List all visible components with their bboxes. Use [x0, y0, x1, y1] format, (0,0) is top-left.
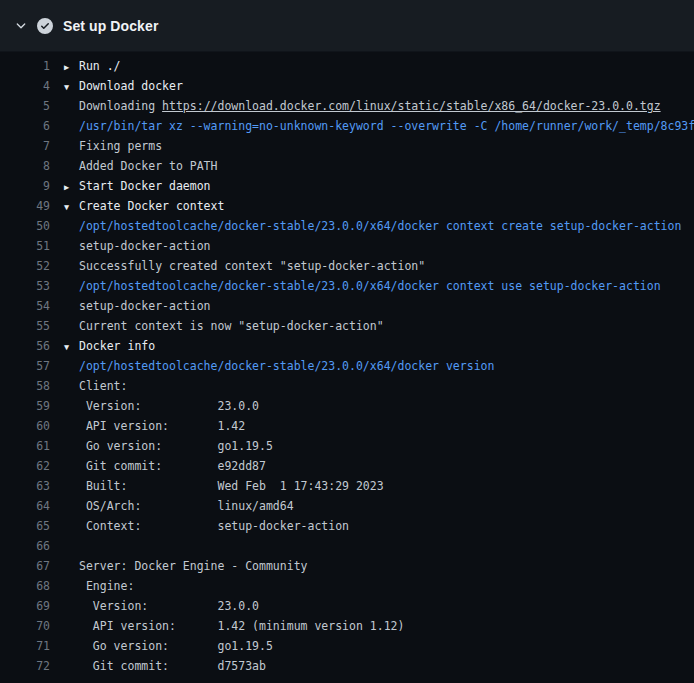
log-line-content: Fixing perms	[50, 136, 694, 156]
line-number[interactable]: 71	[0, 636, 50, 656]
log-line-content: /opt/hostedtoolcache/docker-stable/23.0.…	[50, 356, 694, 376]
log-line-text: Version: 23.0.0	[79, 399, 259, 413]
log-line: 4 ▼Download docker	[0, 76, 694, 96]
line-number[interactable]: 66	[0, 536, 50, 556]
log-line: 54 setup-docker-action	[0, 296, 694, 316]
line-number[interactable]: 8	[0, 156, 50, 176]
log-group-header[interactable]: ▼Create Docker context	[50, 196, 694, 216]
line-number[interactable]: 68	[0, 576, 50, 596]
line-number[interactable]: 64	[0, 496, 50, 516]
line-number[interactable]: 49	[0, 196, 50, 216]
log-line-text: setup-docker-action	[79, 299, 211, 313]
log-line-text: Run ./	[79, 59, 121, 73]
line-number[interactable]: 1	[0, 56, 50, 76]
line-number[interactable]: 56	[0, 336, 50, 356]
line-number[interactable]: 57	[0, 356, 50, 376]
line-number[interactable]: 50	[0, 216, 50, 236]
log-line-content: Server: Docker Engine - Community	[50, 556, 694, 576]
line-number[interactable]: 5	[0, 96, 50, 116]
line-number[interactable]: 55	[0, 316, 50, 336]
log-line-content: Client:	[50, 376, 694, 396]
triangle-down-icon: ▼	[64, 337, 79, 356]
log-line-text: API version: 1.42 (minimum version 1.12)	[79, 619, 404, 633]
log-line-content: Git commit: e92dd87	[50, 456, 694, 476]
log-line-content: setup-docker-action	[50, 236, 694, 256]
log-group-header[interactable]: ▶Start Docker daemon	[50, 176, 694, 196]
line-number[interactable]: 58	[0, 376, 50, 396]
line-number[interactable]: 61	[0, 436, 50, 456]
log-line-text: /usr/bin/tar xz --warning=no-unknown-key…	[79, 119, 694, 133]
log-line-content: Git commit: d7573ab	[50, 656, 694, 676]
line-number[interactable]: 4	[0, 76, 50, 96]
log-line-text: Go version: go1.19.5	[79, 639, 273, 653]
log-group-header[interactable]: ▶Run ./	[50, 56, 694, 76]
log-line: 49 ▼Create Docker context	[0, 196, 694, 216]
log-line-content: API version: 1.42	[50, 416, 694, 436]
log-line-content: Built: Wed Feb 1 17:43:29 2023	[50, 476, 694, 496]
line-number[interactable]: 7	[0, 136, 50, 156]
line-number[interactable]: 9	[0, 176, 50, 196]
log-group-header[interactable]: ▼Download docker	[50, 76, 694, 96]
log-line-text: Start Docker daemon	[79, 179, 211, 193]
log-line-text: Create Docker context	[79, 199, 224, 213]
triangle-right-icon: ▶	[64, 177, 79, 196]
log-line-content: Downloading https://download.docker.com/…	[50, 96, 694, 116]
step-title: Set up Docker	[63, 18, 158, 34]
log-line-text: Git commit: e92dd87	[79, 459, 266, 473]
log-line-content: OS/Arch: linux/amd64	[50, 496, 694, 516]
log-line-text: Go version: go1.19.5	[79, 439, 273, 453]
log-line-text: Context: setup-docker-action	[79, 519, 349, 533]
log-line-content: /usr/bin/tar xz --warning=no-unknown-key…	[50, 116, 694, 136]
line-number[interactable]: 59	[0, 396, 50, 416]
log-line-text: Client:	[79, 379, 127, 393]
line-number[interactable]: 54	[0, 296, 50, 316]
triangle-down-icon: ▼	[64, 197, 79, 216]
line-number[interactable]: 60	[0, 416, 50, 436]
success-check-circle-icon	[37, 18, 53, 34]
line-number[interactable]: 67	[0, 556, 50, 576]
log-line: 8 Added Docker to PATH	[0, 156, 694, 176]
log-line-text: Added Docker to PATH	[79, 159, 217, 173]
log-line-content: Context: setup-docker-action	[50, 516, 694, 536]
line-number[interactable]: 52	[0, 256, 50, 276]
log-line-content: Current context is now "setup-docker-act…	[50, 316, 694, 336]
log-line: 69 Version: 23.0.0	[0, 596, 694, 616]
log-line-text: Successfully created context "setup-dock…	[79, 259, 425, 273]
chevron-down-icon[interactable]	[14, 18, 28, 34]
log-line-text: Engine:	[79, 579, 134, 593]
log-line-text: Git commit: d7573ab	[79, 659, 266, 673]
log-line-text: Docker info	[79, 339, 155, 353]
log-line: 55 Current context is now "setup-docker-…	[0, 316, 694, 336]
line-number[interactable]: 62	[0, 456, 50, 476]
log-line-content: Go version: go1.19.5	[50, 436, 694, 456]
log-url-link[interactable]: https://download.docker.com/linux/static…	[162, 99, 661, 113]
log-line-content: Go version: go1.19.5	[50, 636, 694, 656]
log-line: 50 /opt/hostedtoolcache/docker-stable/23…	[0, 216, 694, 236]
log-line: 64 OS/Arch: linux/amd64	[0, 496, 694, 516]
log-line-content: Version: 23.0.0	[50, 396, 694, 416]
log-line-text: OS/Arch: linux/amd64	[79, 499, 294, 513]
log-area: 1 ▶Run ./ 4 ▼Download docker 5 Downloadi…	[0, 52, 694, 676]
triangle-right-icon: ▶	[64, 57, 79, 76]
line-number[interactable]: 6	[0, 116, 50, 136]
log-line-text: Fixing perms	[79, 139, 162, 153]
log-line-content: API version: 1.42 (minimum version 1.12)	[50, 616, 694, 636]
log-line: 62 Git commit: e92dd87	[0, 456, 694, 476]
log-line-text: setup-docker-action	[79, 239, 211, 253]
line-number[interactable]: 70	[0, 616, 50, 636]
line-number[interactable]: 72	[0, 656, 50, 676]
triangle-down-icon: ▼	[64, 77, 79, 96]
line-number[interactable]: 65	[0, 516, 50, 536]
line-number[interactable]: 53	[0, 276, 50, 296]
log-line-text: /opt/hostedtoolcache/docker-stable/23.0.…	[79, 219, 681, 233]
step-header[interactable]: Set up Docker	[0, 0, 694, 52]
log-line-text: Current context is now "setup-docker-act…	[79, 319, 384, 333]
log-group-header[interactable]: ▼Docker info	[50, 336, 694, 356]
line-number[interactable]: 69	[0, 596, 50, 616]
log-line: 9 ▶Start Docker daemon	[0, 176, 694, 196]
line-number[interactable]: 51	[0, 236, 50, 256]
log-line-text: /opt/hostedtoolcache/docker-stable/23.0.…	[79, 359, 494, 373]
line-number[interactable]: 63	[0, 476, 50, 496]
log-line-content: /opt/hostedtoolcache/docker-stable/23.0.…	[50, 216, 694, 236]
log-line: 67 Server: Docker Engine - Community	[0, 556, 694, 576]
